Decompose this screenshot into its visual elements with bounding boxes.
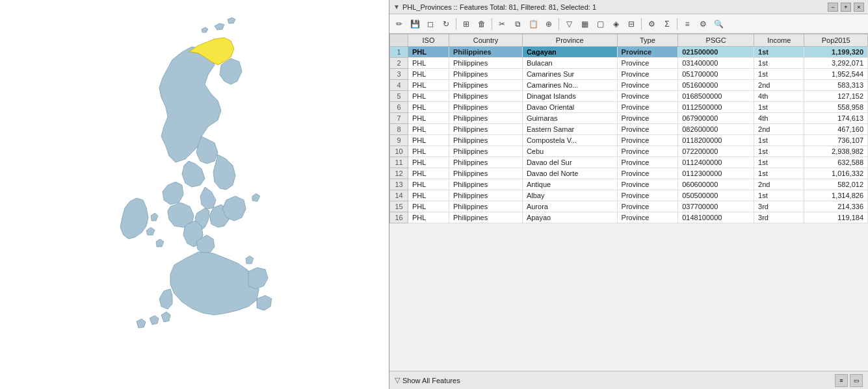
- row-num: 5: [390, 91, 408, 102]
- row-country: Philippines: [449, 113, 523, 124]
- col-header-iso[interactable]: ISO: [408, 34, 449, 47]
- table-row[interactable]: 12PHLPhilippinesDavao del NorteProvince0…: [390, 168, 868, 179]
- table-row[interactable]: 2PHLPhilippinesBulacanProvince0314000001…: [390, 58, 868, 69]
- row-income: 1st: [754, 47, 804, 58]
- conditional-format-button[interactable]: ≡: [680, 17, 694, 31]
- restore-button[interactable]: +: [841, 3, 851, 12]
- filter-small-icon: ▽: [395, 376, 400, 384]
- map-panel[interactable]: [0, 0, 389, 389]
- row-iso: PHL: [408, 190, 449, 201]
- table-row[interactable]: 14PHLPhilippinesAlbayProvince0505000001s…: [390, 190, 868, 201]
- cut-button[interactable]: ✂: [495, 17, 509, 31]
- delete-feature-button[interactable]: 🗑: [475, 17, 489, 31]
- row-country: Philippines: [449, 58, 523, 69]
- row-num: 13: [390, 179, 408, 190]
- title-bar: ▼ PHL_Provinces :: Features Total: 81, F…: [389, 0, 868, 14]
- row-psgc: 072200000: [678, 146, 754, 157]
- table-row[interactable]: 13PHLPhilippinesAntiqueProvince060600000…: [390, 179, 868, 190]
- row-country: Philippines: [449, 190, 523, 201]
- col-header-income[interactable]: Income: [754, 34, 804, 47]
- deselect-all-button[interactable]: ▢: [593, 17, 607, 31]
- row-type: Province: [617, 58, 678, 69]
- table-row[interactable]: 8PHLPhilippinesEastern SamarProvince0826…: [390, 124, 868, 135]
- actions-button[interactable]: ⚙: [644, 17, 659, 31]
- row-type: Province: [617, 124, 678, 135]
- row-iso: PHL: [408, 91, 449, 102]
- form-view-button[interactable]: ▭: [850, 374, 863, 387]
- draw-features-button[interactable]: ◻: [423, 17, 438, 31]
- row-province: Davao del Sur: [522, 157, 617, 168]
- row-iso: PHL: [408, 212, 449, 223]
- show-all-features-button[interactable]: ▽ Show All Features: [395, 376, 460, 384]
- col-header-pop2015[interactable]: Pop2015: [804, 34, 868, 47]
- row-pop2015: 127,152: [804, 91, 868, 102]
- table-row[interactable]: 7PHLPhilippinesGuimarasProvince067900000…: [390, 113, 868, 124]
- table-row[interactable]: 15PHLPhilippinesAuroraProvince0377000003…: [390, 201, 868, 212]
- row-province: Camarines Sur: [522, 69, 617, 80]
- minimize-button[interactable]: −: [828, 3, 838, 12]
- panel-chevron[interactable]: ▼: [393, 3, 400, 10]
- search-button[interactable]: 🔍: [711, 17, 726, 31]
- row-num: 16: [390, 212, 408, 223]
- table-row[interactable]: 10PHLPhilippinesCebuProvince0722000001st…: [390, 146, 868, 157]
- reload-button[interactable]: ↻: [439, 17, 453, 31]
- row-pop2015: 2,938,982: [804, 146, 868, 157]
- table-row[interactable]: 11PHLPhilippinesDavao del SurProvince011…: [390, 157, 868, 168]
- col-header-psgc[interactable]: PSGC: [678, 34, 754, 47]
- save-edits-button[interactable]: 💾: [408, 17, 422, 31]
- zoom-map-button[interactable]: ⊕: [542, 17, 556, 31]
- row-type: Province: [617, 80, 678, 91]
- row-income: 1st: [754, 69, 804, 80]
- table-row[interactable]: 9PHLPhilippinesCompostela V...Province01…: [390, 135, 868, 146]
- copy-button[interactable]: ⧉: [510, 17, 525, 31]
- row-psgc: 037700000: [678, 201, 754, 212]
- select-all-button[interactable]: ▦: [577, 17, 592, 31]
- field-calc-button[interactable]: Σ: [660, 17, 674, 31]
- row-num: 12: [390, 168, 408, 179]
- row-iso: PHL: [408, 146, 449, 157]
- paste-button[interactable]: 📋: [526, 17, 540, 31]
- table-view-button[interactable]: ≡: [835, 374, 848, 387]
- row-psgc: 0112400000: [678, 157, 754, 168]
- table-row[interactable]: 1PHLPhilippinesCagayanProvince0215000001…: [390, 47, 868, 58]
- row-province: Cagayan: [522, 47, 617, 58]
- bottom-right-controls: ≡ ▭: [835, 374, 863, 387]
- row-income: 1st: [754, 146, 804, 157]
- row-psgc: 050500000: [678, 190, 754, 201]
- row-type: Province: [617, 135, 678, 146]
- bottom-bar: ▽ Show All Features ≡ ▭: [389, 371, 868, 389]
- row-psgc: 060600000: [678, 179, 754, 190]
- row-type: Province: [617, 146, 678, 157]
- column-settings-button[interactable]: ⚙: [696, 17, 710, 31]
- col-header-type[interactable]: Type: [617, 34, 678, 47]
- feature-table[interactable]: ISO Country Province Type PSGC Income Po…: [389, 34, 868, 371]
- row-province: Cebu: [522, 146, 617, 157]
- row-psgc: 051600000: [678, 80, 754, 91]
- add-feature-button[interactable]: ⊞: [459, 17, 473, 31]
- col-header-province[interactable]: Province: [522, 34, 617, 47]
- filter-form-button[interactable]: ⊟: [624, 17, 638, 31]
- table-row[interactable]: 3PHLPhilippinesCamarines SurProvince0517…: [390, 69, 868, 80]
- row-province: Dinagat Islands: [522, 91, 617, 102]
- table-row[interactable]: 16PHLPhilippinesApayaoProvince0148100000…: [390, 212, 868, 223]
- row-country: Philippines: [449, 80, 523, 91]
- table-row[interactable]: 6PHLPhilippinesDavao OrientalProvince011…: [390, 102, 868, 113]
- invert-selection-button[interactable]: ◈: [609, 17, 623, 31]
- filter-button[interactable]: ▽: [562, 17, 576, 31]
- row-country: Philippines: [449, 47, 523, 58]
- toggle-editing-button[interactable]: ✏: [392, 17, 406, 31]
- toolbar-sep-1: [456, 18, 456, 30]
- row-income: 1st: [754, 168, 804, 179]
- row-pop2015: 119,184: [804, 212, 868, 223]
- row-pop2015: 214,336: [804, 201, 868, 212]
- row-num: 8: [390, 124, 408, 135]
- col-header-country[interactable]: Country: [449, 34, 523, 47]
- row-num: 14: [390, 190, 408, 201]
- row-pop2015: 582,012: [804, 179, 868, 190]
- table-row[interactable]: 4PHLPhilippinesCamarines No...Province05…: [390, 80, 868, 91]
- row-type: Province: [617, 157, 678, 168]
- table-row[interactable]: 5PHLPhilippinesDinagat IslandsProvince01…: [390, 91, 868, 102]
- close-button[interactable]: ×: [854, 3, 864, 12]
- col-header-num[interactable]: [390, 34, 408, 47]
- row-psgc: 0112500000: [678, 102, 754, 113]
